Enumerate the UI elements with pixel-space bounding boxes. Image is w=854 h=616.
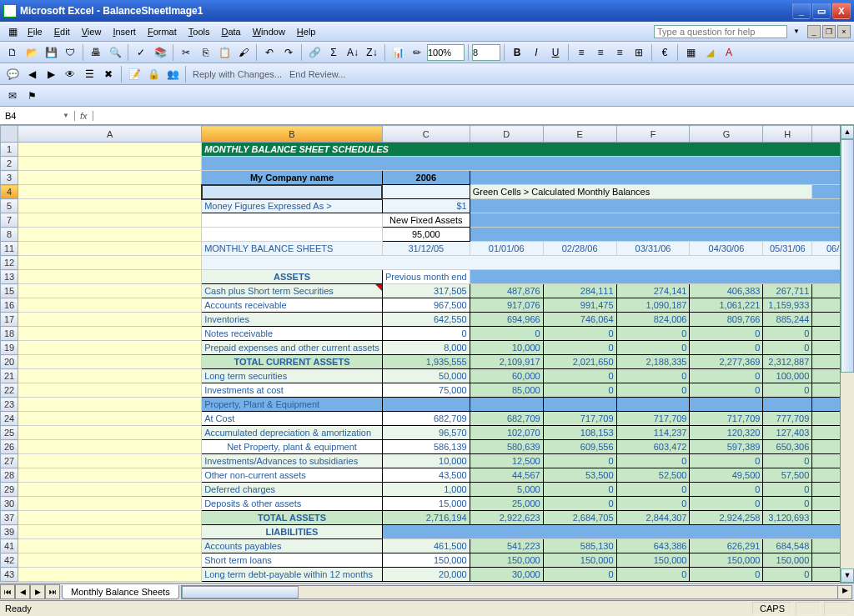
tab-last-icon[interactable]: ⏭ [45, 584, 60, 599]
cell[interactable]: 0 [763, 568, 812, 582]
row-header[interactable]: 11 [1, 242, 18, 256]
cell[interactable]: 12,500 [470, 454, 543, 468]
cell[interactable]: MONTHLY BALANCE SHEETS [202, 242, 383, 256]
insert-comment-icon[interactable]: 💬 [3, 65, 22, 83]
row-header[interactable]: 23 [1, 398, 18, 412]
cell[interactable]: MONTHLY BALANCE SHEET SCHEDULES [202, 143, 854, 157]
cut-icon[interactable]: ✂ [177, 43, 195, 62]
cell[interactable]: 2,844,307 [616, 511, 690, 525]
cell[interactable]: 0 [763, 383, 812, 398]
share-icon[interactable]: 👥 [163, 65, 182, 83]
cell[interactable] [18, 256, 202, 270]
scroll-right-icon[interactable]: ▶ [837, 586, 851, 598]
align-left-icon[interactable]: ≡ [572, 43, 590, 62]
cell[interactable] [543, 398, 616, 412]
cell[interactable]: 150,000 [382, 553, 470, 568]
row-header[interactable]: 21 [1, 369, 18, 383]
fontsize-combo[interactable] [472, 44, 500, 61]
cell[interactable]: 1,935,555 [382, 355, 470, 369]
app-icon[interactable]: ▦ [3, 23, 22, 41]
cell[interactable] [763, 398, 812, 412]
end-review-button[interactable]: End Review... [286, 69, 349, 79]
cell[interactable]: 274,141 [616, 284, 690, 298]
cell[interactable]: 0 [690, 369, 763, 383]
cell[interactable]: 580,639 [470, 440, 543, 454]
align-right-icon[interactable]: ≡ [610, 43, 629, 62]
format-painter-icon[interactable]: 🖌 [234, 43, 253, 62]
cell[interactable]: 603,472 [616, 440, 690, 454]
cell[interactable]: 809,766 [690, 313, 763, 327]
italic-icon[interactable]: I [527, 43, 545, 62]
column-header[interactable]: F [616, 126, 690, 143]
row-header[interactable]: 15 [1, 284, 18, 298]
row-header[interactable]: 12 [1, 256, 18, 270]
cell[interactable]: 2,922,623 [470, 511, 543, 525]
delete-comment-icon[interactable]: ✖ [99, 65, 118, 83]
cell[interactable] [18, 171, 202, 185]
cell[interactable] [18, 383, 202, 398]
column-header[interactable]: E [543, 126, 616, 143]
cell[interactable]: Deposits & other assets [202, 497, 383, 511]
cell[interactable]: 2,312,887 [763, 355, 812, 369]
cell[interactable] [18, 284, 202, 298]
cell[interactable] [18, 468, 202, 483]
cell[interactable]: Accumulated depreciation & amortization [202, 426, 383, 440]
cell[interactable] [616, 398, 690, 412]
cell[interactable]: 05/31/06 [763, 242, 812, 256]
name-box[interactable]: B4 ▼ [0, 111, 75, 121]
fx-icon[interactable]: fx [75, 111, 93, 121]
row-header[interactable]: 39 [1, 525, 18, 539]
minimize-button[interactable]: _ [792, 3, 811, 19]
row-header[interactable]: 16 [1, 298, 18, 313]
cell[interactable]: 1,090,187 [616, 298, 690, 313]
column-header[interactable]: B [202, 126, 383, 143]
cell[interactable] [382, 185, 470, 199]
cell[interactable]: 49,500 [690, 468, 763, 483]
cell[interactable] [18, 483, 202, 497]
cell[interactable]: Other non-current assets [202, 468, 383, 483]
cell[interactable] [18, 157, 202, 171]
cell[interactable]: 650,306 [763, 440, 812, 454]
autosum-icon[interactable]: Σ [324, 43, 343, 62]
cell[interactable]: 0 [616, 383, 690, 398]
cell[interactable]: 31/12/05 [382, 242, 470, 256]
fontcolor-icon[interactable]: A [720, 43, 738, 62]
cell[interactable]: 10,000 [382, 454, 470, 468]
cell[interactable]: 597,389 [690, 440, 763, 454]
cell[interactable] [18, 327, 202, 341]
track-icon[interactable]: 📝 [125, 65, 143, 83]
cell[interactable]: 682,709 [470, 412, 543, 426]
cell[interactable]: 0 [690, 341, 763, 355]
permission-icon[interactable]: 🛡 [61, 43, 79, 62]
cell[interactable]: 150,000 [470, 553, 543, 568]
cell[interactable]: $1 [382, 199, 470, 213]
cell[interactable]: 284,111 [543, 284, 616, 298]
column-header[interactable]: H [763, 126, 812, 143]
row-header[interactable]: 37 [1, 511, 18, 525]
cell[interactable] [18, 270, 202, 284]
cell[interactable] [18, 426, 202, 440]
align-center-icon[interactable]: ≡ [591, 43, 610, 62]
horizontal-scrollbar[interactable]: ▶ [181, 585, 852, 599]
cell[interactable]: Prepaid expenses and other current asset… [202, 341, 383, 355]
cell[interactable]: Accounts payables [202, 539, 383, 553]
cell[interactable] [470, 213, 853, 228]
cell[interactable]: TOTAL CURRENT ASSETS [202, 355, 383, 369]
cell[interactable]: 746,064 [543, 313, 616, 327]
row-header[interactable]: 7 [1, 213, 18, 228]
cell[interactable]: 52,500 [616, 468, 690, 483]
cell[interactable]: 487,876 [470, 284, 543, 298]
cell[interactable]: 0 [543, 369, 616, 383]
cell[interactable] [18, 525, 202, 539]
cell[interactable]: 25,000 [470, 497, 543, 511]
merge-icon[interactable]: ⊞ [630, 43, 648, 62]
help-search[interactable] [654, 25, 787, 38]
cell[interactable]: 0 [543, 383, 616, 398]
cell[interactable]: 682,709 [382, 412, 470, 426]
row-header[interactable]: 4 [1, 185, 18, 199]
cell[interactable] [202, 228, 383, 242]
cell[interactable]: Investments at cost [202, 383, 383, 398]
cell[interactable] [18, 242, 202, 256]
cell[interactable] [18, 511, 202, 525]
cell[interactable]: 541,223 [470, 539, 543, 553]
